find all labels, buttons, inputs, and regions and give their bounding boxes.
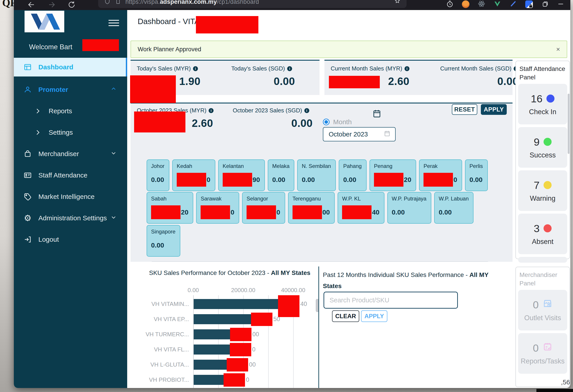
- attendance-label: Success: [530, 151, 555, 159]
- chart-bar[interactable]: [194, 375, 225, 385]
- merchandiser-value-row: 0: [533, 342, 553, 354]
- pen-icon[interactable]: [505, 0, 521, 9]
- chart-bar[interactable]: [194, 329, 232, 339]
- chevron-up-icon: [110, 86, 117, 94]
- sidebar: Welcome Bart DashboardPromoterReportsSet…: [14, 10, 127, 388]
- url-bar[interactable]: https://vispa.adsperianx.com.my/cp1/dash…: [98, 0, 407, 8]
- state-tile-w-p-kl: W.P. KL40: [338, 192, 384, 224]
- month-radio[interactable]: [323, 119, 330, 125]
- sidebar-item-label: Market Intelligence: [38, 193, 95, 201]
- reload-icon[interactable]: [67, 0, 76, 9]
- merchandiser-card-reports-tasks: 0Reports/Tasks: [518, 333, 567, 374]
- state-value: 0: [207, 176, 210, 184]
- sidebar-item-dashboard[interactable]: Dashboard: [14, 58, 127, 76]
- state-value: 40: [372, 208, 379, 216]
- chart-bar[interactable]: [194, 344, 232, 355]
- react-icon[interactable]: [473, 0, 489, 9]
- menu-toggle-icon[interactable]: [108, 18, 119, 27]
- state-value: 90: [252, 176, 260, 184]
- password-lock-icon[interactable]: [521, 0, 537, 9]
- chart-bar[interactable]: [194, 299, 280, 309]
- search-input[interactable]: [323, 292, 458, 309]
- page-scrollbar[interactable]: [568, 94, 570, 154]
- status-dot: [544, 138, 552, 146]
- chart-value-fragment: 00: [252, 331, 259, 338]
- sidebar-item-staff-attendance[interactable]: Staff Attendance: [14, 168, 127, 182]
- redaction-box: [424, 173, 453, 187]
- url-text: https://vispa.adsperianx.com.my/cp1/dash…: [125, 0, 259, 5]
- month-select-value: October 2023: [329, 131, 368, 138]
- page-title: Dashboard - VITA: [138, 17, 200, 26]
- info-icon: i: [405, 66, 410, 71]
- bookmark-star-icon[interactable]: [394, 0, 401, 5]
- chevron-right-icon: [33, 107, 43, 115]
- window-restore-icon[interactable]: [537, 0, 553, 9]
- minimize-icon[interactable]: [553, 0, 569, 9]
- state-name: N. Sembilan: [302, 163, 331, 169]
- chart-category-label: VH VITA FL...: [130, 346, 189, 353]
- chart-title: SKU Sales Performance for October 2023 -…: [149, 269, 310, 276]
- merchandiser-card-outlet-visits: 0Outlet Visits: [518, 290, 567, 330]
- timer-icon[interactable]: [442, 0, 458, 9]
- chart-row: VH VITAMIN...40: [130, 297, 319, 312]
- state-tile-n-sembilan: N. Sembilan0.00: [297, 159, 336, 191]
- state-value-row: 0.00: [343, 173, 362, 187]
- background-window-fragment: [537, 389, 573, 392]
- staff-attendance-panel: Staff Attendance Panel 16Check In9Succes…: [516, 61, 570, 259]
- sidebar-item-label: Logout: [38, 236, 59, 243]
- state-value-row: 0.00: [151, 173, 164, 187]
- attendance-value-row: 7: [534, 179, 552, 191]
- sidebar-item-settings[interactable]: Settings: [14, 126, 127, 139]
- october-sales-card: October 2023 Sales (SGD)i0.00: [227, 107, 316, 129]
- card-label: Current Month Sales (SGD): [440, 65, 511, 72]
- state-tile-sarawak: Sarawak0: [196, 192, 239, 224]
- state-value: 0.00: [343, 176, 356, 184]
- reset-button[interactable]: RESET: [452, 104, 477, 115]
- state-value: 0.00: [439, 208, 452, 216]
- sidebar-item-promoter[interactable]: Promoter: [14, 83, 127, 97]
- profile-avatar[interactable]: [458, 0, 473, 9]
- sidebar-item-administration-settings[interactable]: ⚙Administration Settings: [14, 211, 127, 225]
- sidebar-item-market-intelligence[interactable]: Market Intelligence: [14, 190, 127, 204]
- state-name: Kedah: [177, 163, 210, 169]
- redaction-box: [224, 373, 245, 387]
- sidebar-item-merchandiser[interactable]: Merchandiser: [14, 147, 127, 161]
- forward-icon[interactable]: [47, 0, 56, 9]
- state-tile-perlis: Perlis0.00: [465, 159, 488, 191]
- month-radio-group: Month: [323, 118, 352, 126]
- state-value-row: 0: [247, 205, 280, 219]
- chart-bar[interactable]: [194, 314, 253, 324]
- sidebar-item-reports[interactable]: Reports: [14, 104, 127, 118]
- sidebar-item-label: Promoter: [38, 86, 68, 93]
- chart-category-label: VH TURMERC...: [130, 331, 189, 338]
- state-value-row: 00: [292, 205, 330, 219]
- sidebar-item-logout[interactable]: Logout: [14, 233, 127, 246]
- attendance-value: 3: [534, 222, 539, 235]
- redaction-box: [230, 343, 251, 356]
- sidebar-item-label: Merchandiser: [38, 150, 79, 158]
- apply-button[interactable]: APPLY: [481, 104, 507, 115]
- info-icon: i: [304, 108, 309, 113]
- person-icon: [23, 85, 33, 94]
- redaction-box: [223, 173, 252, 187]
- card-value: 0.00: [440, 75, 519, 87]
- clear-button[interactable]: CLEAR: [332, 310, 359, 322]
- state-value-row: 0: [177, 173, 210, 187]
- vue-icon[interactable]: [489, 0, 505, 9]
- month-select[interactable]: October 2023: [323, 127, 396, 141]
- back-icon[interactable]: [27, 0, 36, 9]
- redaction-box: [374, 173, 403, 187]
- attendance-label: Absent: [532, 238, 554, 246]
- chart-bar[interactable]: [194, 360, 229, 370]
- status-dot: [546, 95, 555, 102]
- sidebar-item-label: Dashboard: [38, 63, 73, 71]
- state-tile-singapore: Singapore0.00: [147, 225, 180, 257]
- state-tile-johor: Johor0.00: [147, 159, 169, 191]
- state-name: Selangor: [247, 196, 280, 202]
- calendar-icon[interactable]: [372, 109, 382, 119]
- apply-search-button[interactable]: APPLY: [361, 310, 387, 322]
- chart-value-fragment: 50: [273, 316, 280, 323]
- logout-icon: [23, 235, 33, 244]
- close-icon[interactable]: ×: [556, 46, 560, 53]
- state-tile-kelantan: Kelantan90: [218, 159, 265, 191]
